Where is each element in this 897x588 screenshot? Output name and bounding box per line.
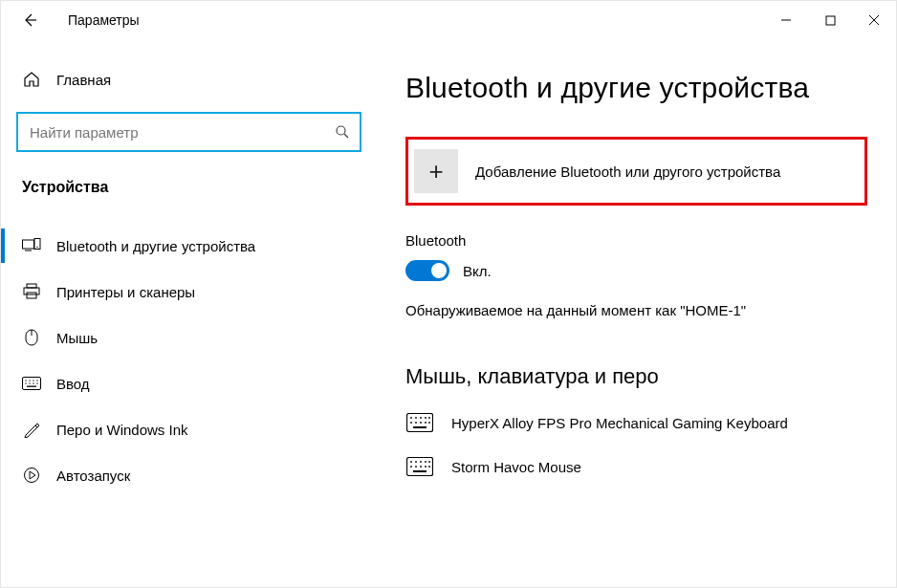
- titlebar: Параметры: [1, 1, 896, 39]
- device-row[interactable]: Storm Havoc Mouse: [405, 450, 867, 494]
- svg-point-27: [415, 422, 417, 424]
- svg-rect-7: [27, 293, 36, 298]
- search-icon: [335, 124, 350, 140]
- svg-point-1: [337, 126, 345, 135]
- svg-point-25: [428, 417, 430, 419]
- svg-point-13: [36, 380, 37, 381]
- window-controls: [764, 5, 896, 35]
- sidebar-item-bluetooth[interactable]: Bluetooth и другие устройства: [1, 223, 377, 269]
- sidebar-item-printers[interactable]: Принтеры и сканеры: [1, 269, 377, 315]
- close-button[interactable]: [852, 5, 896, 35]
- bluetooth-toggle-state: Вкл.: [463, 263, 492, 279]
- svg-point-29: [425, 422, 427, 424]
- page-title: Bluetooth и другие устройства: [405, 72, 867, 104]
- sidebar-item-label: Принтеры и сканеры: [56, 284, 195, 300]
- window-title: Параметры: [68, 12, 140, 28]
- sidebar-item-label: Автозапуск: [56, 468, 130, 484]
- home-icon: [22, 70, 41, 89]
- svg-point-19: [25, 468, 39, 483]
- mouse-icon: [22, 328, 41, 347]
- sidebar-item-label: Перо и Windows Ink: [56, 422, 188, 438]
- add-device-button[interactable]: + Добавление Bluetooth или другого устро…: [405, 137, 867, 206]
- devices-sub-heading: Мышь, клавиатура и перо: [405, 364, 867, 389]
- pen-icon: [22, 420, 41, 439]
- svg-point-14: [25, 382, 26, 383]
- sidebar-item-typing[interactable]: Ввод: [1, 360, 377, 406]
- svg-point-17: [36, 382, 37, 383]
- svg-point-30: [428, 422, 430, 424]
- svg-rect-5: [27, 284, 36, 288]
- discoverable-text: Обнаруживаемое на данный момент как "HOM…: [405, 302, 867, 318]
- device-name: HyperX Alloy FPS Pro Mechanical Gaming K…: [451, 415, 788, 431]
- svg-point-42: [428, 466, 430, 468]
- svg-rect-43: [413, 470, 427, 472]
- scrollbar[interactable]: [883, 39, 896, 587]
- autoplay-icon: [22, 466, 41, 485]
- sidebar-item-autoplay[interactable]: Автозапуск: [1, 452, 377, 498]
- svg-rect-2: [23, 240, 34, 249]
- category-header: Устройства: [1, 171, 377, 204]
- svg-point-26: [410, 422, 412, 424]
- bluetooth-section-label: Bluetooth: [405, 232, 867, 249]
- svg-point-15: [29, 382, 30, 383]
- search-input[interactable]: [18, 114, 360, 150]
- sidebar: Главная Устройства Bluetooth и другие ус…: [1, 39, 377, 587]
- main-content: Bluetooth и другие устройства + Добавлен…: [377, 39, 896, 587]
- add-device-label: Добавление Bluetooth или другого устройс…: [475, 163, 780, 180]
- sidebar-item-pen[interactable]: Перо и Windows Ink: [1, 406, 377, 452]
- keyboard-icon: [405, 412, 434, 433]
- keyboard-icon: [22, 374, 41, 393]
- bluetooth-toggle[interactable]: [405, 260, 449, 281]
- svg-point-36: [425, 461, 427, 463]
- devices-icon: [22, 236, 41, 255]
- svg-rect-6: [24, 288, 39, 294]
- device-row[interactable]: HyperX Alloy FPS Pro Mechanical Gaming K…: [405, 406, 867, 450]
- svg-point-21: [410, 417, 412, 419]
- search-box[interactable]: [18, 114, 360, 150]
- svg-point-10: [25, 380, 26, 381]
- svg-point-38: [410, 466, 412, 468]
- close-icon: [868, 14, 880, 26]
- sidebar-item-mouse[interactable]: Мышь: [1, 315, 377, 360]
- svg-point-22: [415, 417, 417, 419]
- svg-point-40: [420, 466, 422, 468]
- svg-point-16: [33, 382, 33, 383]
- svg-point-12: [33, 380, 33, 381]
- svg-point-33: [410, 461, 412, 463]
- sidebar-item-label: Ввод: [56, 376, 90, 392]
- maximize-icon: [825, 15, 836, 26]
- keyboard-icon: [405, 456, 434, 477]
- svg-point-24: [425, 417, 427, 419]
- svg-point-11: [29, 380, 30, 381]
- svg-point-28: [420, 422, 422, 424]
- svg-point-41: [425, 466, 427, 468]
- svg-point-39: [415, 466, 417, 468]
- device-name: Storm Havoc Mouse: [451, 459, 581, 475]
- back-button[interactable]: [12, 3, 47, 37]
- bluetooth-toggle-row: Вкл.: [405, 260, 867, 281]
- home-label: Главная: [56, 72, 111, 88]
- svg-rect-0: [826, 16, 835, 25]
- svg-rect-18: [27, 386, 36, 387]
- printer-icon: [22, 282, 41, 301]
- home-nav-item[interactable]: Главная: [1, 62, 377, 97]
- svg-rect-31: [413, 426, 427, 428]
- svg-point-37: [428, 461, 430, 463]
- svg-point-23: [420, 417, 422, 419]
- svg-point-4: [36, 247, 37, 248]
- svg-point-35: [420, 461, 422, 463]
- minimize-button[interactable]: [764, 5, 808, 35]
- svg-point-34: [415, 461, 417, 463]
- maximize-button[interactable]: [808, 5, 852, 35]
- sidebar-item-label: Мышь: [56, 330, 98, 346]
- plus-icon: +: [414, 149, 458, 193]
- arrow-left-icon: [22, 12, 37, 28]
- sidebar-item-label: Bluetooth и другие устройства: [56, 238, 255, 254]
- minimize-icon: [780, 14, 792, 26]
